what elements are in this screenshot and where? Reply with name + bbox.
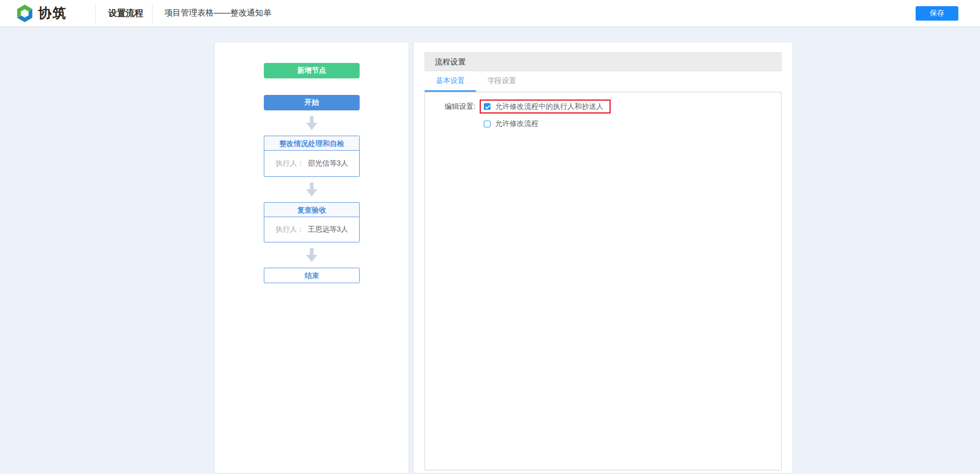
- end-node[interactable]: 结束: [264, 268, 360, 283]
- edit-settings-row: 编辑设置: 允许修改流程中的执行人和抄送人 允许修改流程: [445, 100, 771, 128]
- node-title: 整改情况处理和自检: [264, 136, 359, 151]
- breadcrumb: 项目管理表格——整改通知单: [164, 8, 272, 19]
- node-executor: 执行人： 邵光信等3人: [264, 151, 359, 176]
- app-header: 协筑 设置流程 项目管理表格——整改通知单 保存: [0, 0, 980, 27]
- workflow-node[interactable]: 复查验收 执行人： 王思远等3人: [264, 202, 360, 242]
- workflow-node[interactable]: 整改情况处理和自检 执行人： 邵光信等3人: [264, 136, 360, 177]
- arrow-down-icon: [306, 248, 318, 262]
- arrow-down-icon: [306, 183, 318, 197]
- executor-value: 王思远等3人: [308, 225, 348, 234]
- node-title: 复查验收: [264, 203, 359, 217]
- node-executor: 执行人： 王思远等3人: [264, 217, 359, 242]
- edit-settings-label: 编辑设置:: [445, 100, 476, 113]
- brand-hexagon-icon: [15, 4, 34, 23]
- header-divider: [95, 4, 96, 23]
- tab-basic-settings[interactable]: 基本设置: [425, 71, 476, 92]
- page-title: 设置流程: [108, 7, 143, 19]
- arrow-down-icon: [306, 116, 318, 130]
- option-label[interactable]: 允许修改流程中的执行人和抄送人: [495, 102, 603, 111]
- panel-title: 流程设置: [425, 52, 782, 71]
- header-divider: [152, 4, 153, 23]
- add-node-button[interactable]: 新增节点: [264, 63, 360, 78]
- checkbox[interactable]: [484, 121, 491, 127]
- logo-text: 协筑: [38, 4, 67, 22]
- start-node-button[interactable]: 开始: [264, 95, 360, 110]
- logo: 协筑: [15, 4, 67, 23]
- executor-value: 邵光信等3人: [308, 159, 348, 168]
- checkbox[interactable]: [484, 103, 491, 110]
- tab-field-settings[interactable]: 字段设置: [476, 71, 528, 92]
- executor-label: 执行人：: [276, 225, 305, 234]
- workflow-panel: 新增节点 开始 整改情况处理和自检 执行人： 邵光信等3人 复查验收 执行人： …: [215, 42, 409, 473]
- save-button[interactable]: 保存: [916, 6, 958, 21]
- settings-tabs: 基本设置 字段设置: [425, 71, 782, 92]
- executor-label: 执行人：: [276, 159, 305, 168]
- option-label[interactable]: 允许修改流程: [495, 119, 538, 128]
- edit-settings-options: 允许修改流程中的执行人和抄送人 允许修改流程: [480, 100, 611, 128]
- settings-content: 编辑设置: 允许修改流程中的执行人和抄送人 允许修改流程: [425, 92, 782, 470]
- settings-panel: 流程设置 基本设置 字段设置 编辑设置: 允许修改流程中的执行人和抄送人 允许修…: [414, 42, 792, 473]
- main-area: 新增节点 开始 整改情况处理和自检 执行人： 邵光信等3人 复查验收 执行人： …: [0, 27, 980, 474]
- option-allow-modify-executors: 允许修改流程中的执行人和抄送人: [480, 100, 611, 113]
- option-allow-modify-flow: 允许修改流程: [484, 119, 538, 128]
